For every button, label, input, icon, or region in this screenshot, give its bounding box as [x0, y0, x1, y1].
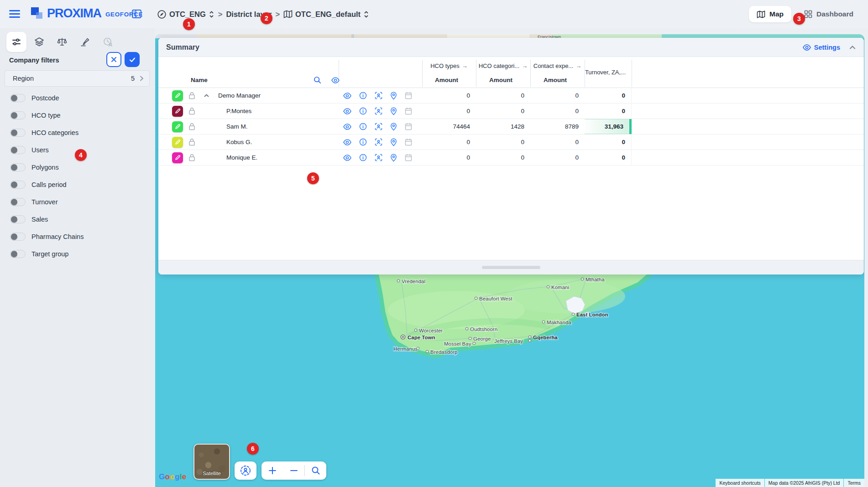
- info-icon[interactable]: [359, 154, 367, 161]
- filter-toggle[interactable]: [10, 111, 26, 119]
- sidebar-toggle-icon[interactable]: [131, 9, 142, 19]
- map-city-label: Vredendal: [402, 279, 425, 284]
- sidebar-tool-tabs: [6, 32, 118, 52]
- location-pin-icon[interactable]: [390, 154, 397, 162]
- column-expand-arrow-icon[interactable]: →: [575, 62, 581, 69]
- info-icon[interactable]: [359, 107, 367, 115]
- project-selector[interactable]: OTC_ENG: [157, 10, 214, 19]
- filter-toggle[interactable]: [10, 163, 26, 171]
- map-view-button[interactable]: Map: [749, 6, 791, 22]
- satellite-layer-button[interactable]: Satellite: [193, 444, 230, 480]
- calendar-icon[interactable]: [405, 138, 412, 146]
- view-selector[interactable]: OTC_ENG_default: [283, 10, 369, 19]
- check-icon: [129, 56, 136, 63]
- map-canvas[interactable]: Francistown VredendalMthathaKomaniBeaufo…: [155, 34, 864, 487]
- filter-toggle[interactable]: [10, 94, 26, 102]
- location-pin-icon[interactable]: [390, 138, 397, 146]
- balance-scale-icon: [57, 36, 68, 47]
- calendar-icon[interactable]: [405, 107, 412, 115]
- lock-icon[interactable]: [188, 92, 195, 99]
- panel-resize-handle[interactable]: [482, 266, 540, 269]
- summary-table-header: HCO types→ HCO categori...→ Contact expe…: [158, 57, 864, 88]
- lock-icon[interactable]: [188, 138, 195, 146]
- menu-icon[interactable]: [9, 10, 20, 18]
- location-pin-icon[interactable]: [390, 92, 397, 100]
- region-filter-row[interactable]: Region 5: [5, 70, 150, 87]
- calendar-icon[interactable]: [405, 92, 412, 99]
- compass-icon: [157, 10, 167, 19]
- row-color-pencil-icon[interactable]: [172, 90, 183, 101]
- lock-icon[interactable]: [188, 107, 195, 115]
- row-color-pencil-icon[interactable]: [172, 152, 183, 163]
- location-pin-icon[interactable]: [390, 123, 397, 131]
- visibility-column-eye-icon[interactable]: [331, 77, 340, 83]
- table-row[interactable]: Kobus G.0000: [158, 135, 864, 150]
- filter-toggle[interactable]: [10, 250, 26, 258]
- table-row[interactable]: P.Montes0000: [158, 104, 864, 119]
- eye-icon[interactable]: [343, 108, 351, 114]
- name-search-icon[interactable]: [314, 76, 321, 84]
- map-search-button[interactable]: [305, 461, 326, 480]
- info-icon[interactable]: [359, 138, 367, 146]
- column-expand-arrow-icon[interactable]: →: [462, 62, 468, 69]
- turnover-cell: 0: [585, 135, 632, 150]
- lock-icon[interactable]: [188, 154, 195, 161]
- balance-scale-tool-button[interactable]: [52, 32, 72, 52]
- summary-settings-button[interactable]: Settings: [803, 38, 840, 57]
- map-city-label: East London: [576, 312, 608, 317]
- layers-tool-button[interactable]: [29, 32, 49, 52]
- chevron-right-icon: [138, 75, 145, 82]
- dashboard-view-button[interactable]: Dashboard: [804, 10, 862, 18]
- clear-filters-button[interactable]: [106, 52, 121, 67]
- user-clock-tool-button[interactable]: [98, 32, 118, 52]
- filters-tool-button[interactable]: [6, 32, 26, 52]
- table-row[interactable]: Sam M.744641428878931,963: [158, 119, 864, 135]
- location-pin-icon[interactable]: [390, 107, 397, 115]
- user-scan-icon[interactable]: [375, 123, 382, 130]
- row-color-pencil-icon[interactable]: [172, 121, 183, 132]
- apply-filters-button[interactable]: [125, 52, 140, 67]
- row-color-pencil-icon[interactable]: [172, 137, 183, 148]
- filter-toggle[interactable]: [10, 146, 26, 154]
- highlighter-tool-button[interactable]: [75, 32, 95, 52]
- filter-label: Target group: [31, 250, 68, 258]
- lock-icon[interactable]: [188, 123, 195, 130]
- filter-toggle[interactable]: [10, 215, 26, 223]
- google-logo[interactable]: Google: [159, 472, 186, 482]
- info-icon[interactable]: [359, 92, 367, 99]
- filter-toggle[interactable]: [10, 129, 26, 137]
- keyboard-shortcuts-link[interactable]: Keyboard shortcuts: [716, 479, 764, 487]
- locate-user-button[interactable]: [235, 461, 256, 480]
- filter-toggle[interactable]: [10, 233, 26, 241]
- row-name: P.Montes: [212, 108, 339, 114]
- user-scan-icon[interactable]: [375, 154, 382, 161]
- filter-toggle[interactable]: [10, 198, 26, 206]
- user-scan-icon[interactable]: [375, 138, 382, 146]
- summary-rows: Demo Manager0000P.Montes0000Sam M.744641…: [158, 88, 864, 166]
- close-icon: [110, 56, 117, 63]
- table-row[interactable]: Monique E.0000: [158, 150, 864, 166]
- calendar-icon[interactable]: [405, 154, 412, 161]
- zoom-in-button[interactable]: [261, 461, 283, 480]
- collapse-row-icon[interactable]: [204, 93, 209, 98]
- filter-toggle[interactable]: [10, 181, 26, 189]
- user-scan-icon[interactable]: [375, 92, 382, 99]
- eye-icon[interactable]: [343, 139, 351, 145]
- amount-cell: 8789: [530, 123, 585, 130]
- user-scan-icon[interactable]: [375, 107, 382, 115]
- zoom-out-button[interactable]: [283, 461, 304, 480]
- eye-icon[interactable]: [343, 155, 351, 161]
- column-expand-arrow-icon[interactable]: →: [522, 62, 528, 69]
- eye-icon[interactable]: [343, 93, 351, 99]
- eye-icon[interactable]: [343, 124, 351, 130]
- calendar-icon[interactable]: [405, 123, 412, 130]
- table-row[interactable]: Demo Manager0000: [158, 88, 864, 104]
- amount-cell: 0: [476, 92, 530, 99]
- row-color-pencil-icon[interactable]: [172, 106, 183, 117]
- summary-collapse-button[interactable]: [848, 43, 857, 52]
- info-icon[interactable]: [359, 123, 367, 130]
- terms-link[interactable]: Terms: [844, 479, 864, 487]
- filter-label: Polygons: [31, 164, 59, 171]
- filter-label: HCO categories: [31, 129, 78, 136]
- filter-item-turnover: Turnover: [10, 193, 147, 211]
